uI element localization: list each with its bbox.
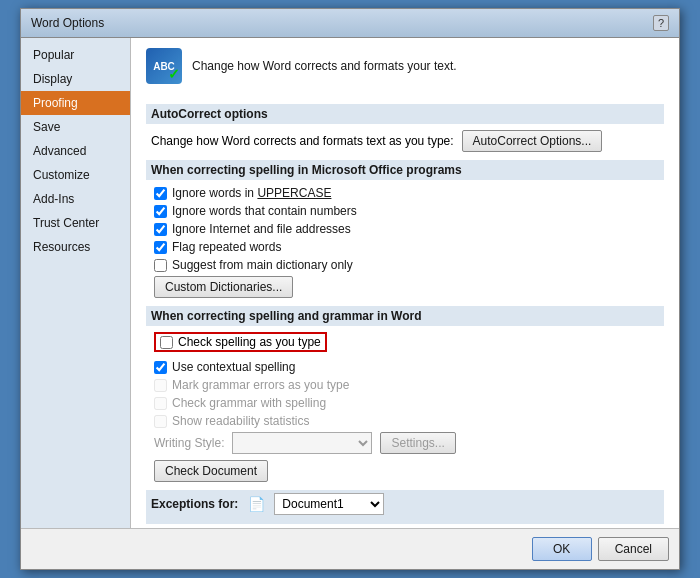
autocorrect-row: Change how Word corrects and formats tex… (146, 130, 664, 152)
sidebar-item-trust-center[interactable]: Trust Center (21, 211, 130, 235)
settings-button[interactable]: Settings... (380, 432, 455, 454)
checkbox-check-grammar-input[interactable] (154, 397, 167, 410)
checkbox-ignore-uppercase-label: Ignore words in UPPERCASE (172, 186, 331, 200)
checkbox-check-spelling-input[interactable] (160, 336, 173, 349)
ms-office-section-header: When correcting spelling in Microsoft Of… (146, 160, 664, 180)
sidebar-item-customize[interactable]: Customize (21, 163, 130, 187)
checkbox-ignore-internet-label: Ignore Internet and file addresses (172, 222, 351, 236)
sidebar-item-save[interactable]: Save (21, 115, 130, 139)
exceptions-label: Exceptions for: (151, 497, 238, 511)
custom-dict-row: Custom Dictionaries... (146, 276, 664, 298)
sidebar-item-proofing[interactable]: Proofing (21, 91, 130, 115)
cancel-button[interactable]: Cancel (598, 537, 669, 561)
checkbox-flag-repeated-input[interactable] (154, 241, 167, 254)
writing-style-select[interactable] (232, 432, 372, 454)
dialog-body: Popular Display Proofing Save Advanced C… (21, 38, 679, 528)
check-spelling-highlighted-container: Check spelling as you type (146, 332, 664, 356)
ok-button[interactable]: OK (532, 537, 592, 561)
custom-dictionaries-button[interactable]: Custom Dictionaries... (154, 276, 293, 298)
checkbox-suggest-main-input[interactable] (154, 259, 167, 272)
checkbox-ignore-numbers: Ignore words that contain numbers (146, 204, 664, 218)
word-section-header: When correcting spelling and grammar in … (146, 306, 664, 326)
document-icon: 📄 (246, 494, 266, 514)
checkbox-ignore-internet-input[interactable] (154, 223, 167, 236)
autocorrect-desc: Change how Word corrects and formats tex… (151, 134, 454, 148)
exceptions-section-header: Exceptions for: 📄 Document1 (146, 490, 664, 524)
main-content: ABC ✓ Change how Word corrects and forma… (131, 38, 679, 528)
help-button[interactable]: ? (653, 15, 669, 31)
sidebar-item-popular[interactable]: Popular (21, 43, 130, 67)
sidebar: Popular Display Proofing Save Advanced C… (21, 38, 131, 528)
exceptions-header-row: Exceptions for: 📄 Document1 (151, 493, 659, 515)
checkbox-check-spelling-label: Check spelling as you type (178, 335, 321, 349)
checkbox-contextual: Use contextual spelling (146, 360, 664, 374)
uppercase-underline: UPPERCASE (257, 186, 331, 200)
checkbox-ignore-uppercase: Ignore words in UPPERCASE (146, 186, 664, 200)
check-document-button[interactable]: Check Document (154, 460, 268, 482)
check-document-row: Check Document (146, 460, 664, 482)
sidebar-item-resources[interactable]: Resources (21, 235, 130, 259)
word-options-dialog: Word Options ? Popular Display Proofing … (20, 8, 680, 570)
sidebar-item-add-ins[interactable]: Add-Ins (21, 187, 130, 211)
checkbox-ignore-internet: Ignore Internet and file addresses (146, 222, 664, 236)
writing-style-label: Writing Style: (154, 436, 224, 450)
check-spelling-highlight-box: Check spelling as you type (154, 332, 327, 352)
sidebar-item-advanced[interactable]: Advanced (21, 139, 130, 163)
abc-icon: ABC ✓ (146, 48, 182, 84)
header-section: ABC ✓ Change how Word corrects and forma… (146, 48, 664, 92)
checkbox-contextual-label: Use contextual spelling (172, 360, 295, 374)
checkbox-ignore-numbers-label: Ignore words that contain numbers (172, 204, 357, 218)
checkbox-readability: Show readability statistics (146, 414, 664, 428)
autocorrect-options-button[interactable]: AutoCorrect Options... (462, 130, 603, 152)
checkbox-suggest-main-label: Suggest from main dictionary only (172, 258, 353, 272)
checkmark-icon: ✓ (168, 66, 180, 82)
checkbox-mark-grammar-label: Mark grammar errors as you type (172, 378, 349, 392)
dialog-title: Word Options (31, 16, 104, 30)
dialog-footer: OK Cancel (21, 528, 679, 569)
checkbox-ignore-numbers-input[interactable] (154, 205, 167, 218)
exceptions-select[interactable]: Document1 (274, 493, 384, 515)
checkbox-check-grammar: Check grammar with spelling (146, 396, 664, 410)
header-description: Change how Word corrects and formats you… (192, 59, 457, 73)
checkbox-mark-grammar: Mark grammar errors as you type (146, 378, 664, 392)
title-bar: Word Options ? (21, 9, 679, 38)
checkbox-mark-grammar-input[interactable] (154, 379, 167, 392)
checkbox-check-grammar-label: Check grammar with spelling (172, 396, 326, 410)
checkbox-readability-input[interactable] (154, 415, 167, 428)
checkbox-readability-label: Show readability statistics (172, 414, 309, 428)
checkbox-contextual-input[interactable] (154, 361, 167, 374)
checkbox-flag-repeated: Flag repeated words (146, 240, 664, 254)
sidebar-item-display[interactable]: Display (21, 67, 130, 91)
writing-style-row: Writing Style: Settings... (146, 432, 664, 454)
autocorrect-section-header: AutoCorrect options (146, 104, 664, 124)
checkbox-suggest-main: Suggest from main dictionary only (146, 258, 664, 272)
checkbox-flag-repeated-label: Flag repeated words (172, 240, 281, 254)
checkbox-ignore-uppercase-input[interactable] (154, 187, 167, 200)
